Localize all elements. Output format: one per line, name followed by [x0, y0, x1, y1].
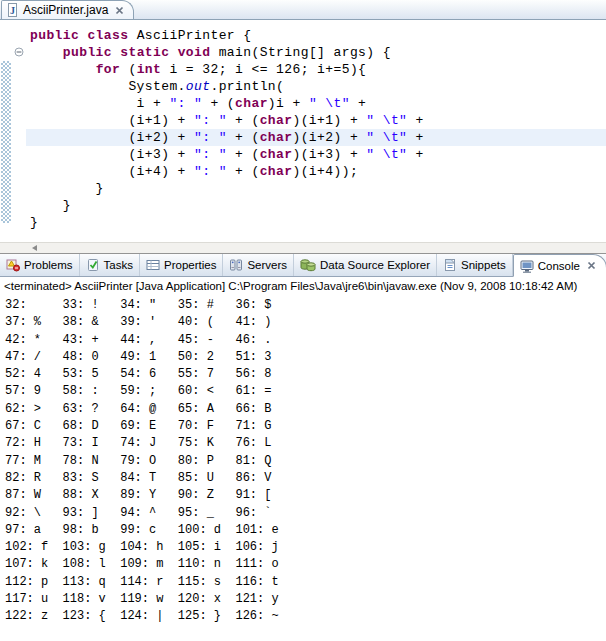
console-line: 122: z 123: { 124: | 125: } 126: ~ — [5, 608, 606, 625]
console-line: 87: W 88: X 89: Y 90: Z 91: [ — [5, 487, 606, 504]
code-area[interactable]: public class AsciiPrinter { public stati… — [26, 20, 606, 231]
code-line[interactable]: (i+4) + ": " + (char)(i+4)); — [26, 163, 606, 180]
bottom-views-pane: ProblemsTasksPropertiesServersData Sourc… — [0, 253, 606, 626]
tab-label: Problems — [24, 259, 73, 271]
console-line: 67: C 68: D 69: E 70: F 71: G — [5, 418, 606, 435]
collapse-icon[interactable] — [14, 47, 24, 57]
console-line: 77: M 78: N 79: O 80: P 81: Q — [5, 453, 606, 470]
folding-column — [12, 20, 26, 242]
code-line[interactable]: System.out.println( — [26, 78, 606, 95]
code-line[interactable]: public static void main(String[] args) { — [26, 44, 606, 61]
tab-label: Snippets — [461, 259, 506, 271]
range-indicator — [1, 61, 11, 223]
code-line[interactable]: (i+3) + ": " + (char)(i+3) + " \t" + — [26, 146, 606, 163]
console-line: 97: a 98: b 99: c 100: d 101: e — [5, 522, 606, 539]
snippets-icon — [443, 258, 457, 272]
code-line[interactable]: } — [26, 197, 606, 214]
code-line[interactable]: } — [26, 214, 606, 231]
scroll-left-arrow-icon[interactable] — [32, 245, 37, 251]
problems-icon — [6, 258, 20, 272]
tab-label: Properties — [164, 259, 216, 271]
editor-pane: J AsciiPrinter.java public class AsciiPr… — [0, 0, 606, 253]
data-source-icon — [300, 258, 316, 272]
tab-console[interactable]: Console — [513, 254, 606, 277]
tasks-icon — [86, 258, 100, 272]
console-line: 92: \ 93: ] 94: ^ 95: _ 96: ` — [5, 505, 606, 522]
console-line: 62: > 63: ? 64: @ 65: A 66: B — [5, 401, 606, 418]
marker-bar — [0, 20, 12, 242]
console-line: 117: u 118: v 119: w 120: x 121: y — [5, 591, 606, 608]
tab-label: Data Source Explorer — [320, 259, 430, 271]
console-line: 57: 9 58: : 59: ; 60: < 61: = — [5, 383, 606, 400]
close-icon[interactable] — [115, 6, 124, 15]
console-line: 32: 33: ! 34: " 35: # 36: $ — [5, 297, 606, 314]
tab-servers[interactable]: Servers — [223, 254, 294, 276]
editor-tab-asciiprinter[interactable]: J AsciiPrinter.java — [1, 0, 134, 19]
servers-icon — [229, 258, 243, 272]
editor-tab-title: AsciiPrinter.java — [23, 3, 108, 17]
code-line[interactable]: for (int i = 32; i <= 126; i+=5){ — [26, 61, 606, 78]
view-tab-strip: ProblemsTasksPropertiesServersData Sourc… — [0, 253, 606, 277]
console-line: 82: R 83: S 84: T 85: U 86: V — [5, 470, 606, 487]
console-line: 47: / 48: 0 49: 1 50: 2 51: 3 — [5, 349, 606, 366]
tab-label: Tasks — [104, 259, 133, 271]
tab-tasks[interactable]: Tasks — [80, 254, 140, 276]
tab-problems[interactable]: Problems — [0, 254, 80, 276]
code-line[interactable]: public class AsciiPrinter { — [26, 27, 606, 44]
console-line: 107: k 108: l 109: m 110: n 111: o — [5, 556, 606, 573]
console-status-line: <terminated> AsciiPrinter [Java Applicat… — [0, 277, 606, 295]
properties-icon — [146, 258, 160, 272]
console-line: 42: * 43: + 44: , 45: - 46: . — [5, 332, 606, 349]
tab-label: Servers — [247, 259, 287, 271]
console-line: 52: 4 53: 5 54: 6 55: 7 56: 8 — [5, 366, 606, 383]
console-line: 102: f 103: g 104: h 105: i 106: j — [5, 539, 606, 556]
code-editor[interactable]: public class AsciiPrinter { public stati… — [0, 20, 606, 242]
horizontal-scrollbar[interactable] — [0, 242, 606, 253]
console-icon — [520, 259, 534, 273]
console-line: 37: % 38: & 39: ' 40: ( 41: ) — [5, 314, 606, 331]
tab-properties[interactable]: Properties — [140, 254, 223, 276]
svg-text:J: J — [10, 5, 15, 16]
close-icon[interactable] — [587, 261, 596, 270]
console-line: 72: H 73: I 74: J 75: K 76: L — [5, 435, 606, 452]
tab-snippets[interactable]: Snippets — [437, 254, 513, 276]
eclipse-window: J AsciiPrinter.java public class AsciiPr… — [0, 0, 606, 626]
editor-tab-strip: J AsciiPrinter.java — [0, 0, 606, 20]
code-line-current[interactable]: (i+2) + ": " + (char)(i+2) + " \t" + — [26, 129, 606, 146]
code-line[interactable]: } — [26, 180, 606, 197]
code-line[interactable]: (i+1) + ": " + (char)(i+1) + " \t" + — [26, 112, 606, 129]
tab-data-source-explorer[interactable]: Data Source Explorer — [294, 254, 437, 276]
console-output[interactable]: 32: 33: ! 34: " 35: # 36: $37: % 38: & 3… — [0, 295, 606, 626]
java-file-icon: J — [6, 3, 19, 17]
code-line[interactable]: i + ": " + (char)i + " \t" + — [26, 95, 606, 112]
tab-label: Console — [538, 260, 580, 272]
console-line: 112: p 113: q 114: r 115: s 116: t — [5, 574, 606, 591]
